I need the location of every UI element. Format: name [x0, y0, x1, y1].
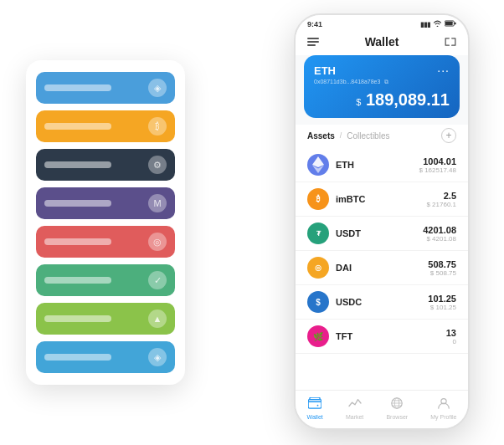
eth-card-more[interactable]: ··· — [437, 64, 450, 77]
usdc-asset-name: USDC — [336, 297, 428, 307]
market-nav-icon — [348, 397, 362, 412]
phone-mockup: 9:41 ▮▮▮ Wallet ETH — [294, 13, 470, 430]
imbtc-usd: $ 21760.1 — [426, 201, 456, 208]
stack-card-3[interactable]: ⚙ — [36, 149, 175, 181]
stack-card-1[interactable]: ◈ — [36, 72, 175, 104]
eth-address-text: 0x08711d3b...8418a78e3 — [314, 79, 380, 84]
usdc-asset-amounts: 101.25 $ 101.25 — [428, 294, 456, 311]
eth-asset-amounts: 1004.01 $ 162517.48 — [419, 156, 457, 174]
eth-balance: $ 189,089.11 — [314, 90, 450, 110]
phone-header: Wallet — [296, 30, 468, 55]
asset-row-tft[interactable]: 🌿 TFT 13 0 — [296, 320, 468, 354]
usdt-asset-amounts: 4201.08 $ 4201.08 — [423, 225, 456, 243]
stack-label-7 — [44, 315, 111, 322]
expand-icon[interactable] — [445, 36, 456, 49]
usdc-usd: $ 101.25 — [428, 304, 456, 311]
wallet-nav-icon — [308, 397, 321, 412]
stack-card-4[interactable]: M — [36, 187, 175, 219]
copy-icon[interactable]: ⧉ — [384, 79, 388, 84]
tft-asset-name: TFT — [336, 331, 446, 341]
stack-icon-6: ✓ — [148, 271, 167, 289]
status-bar: 9:41 ▮▮▮ — [296, 15, 468, 30]
status-time: 9:41 — [307, 20, 322, 28]
usdc-icon: $ — [307, 291, 329, 313]
profile-nav-label: My Profile — [430, 414, 456, 420]
imbtc-asset-name: imBTC — [336, 194, 426, 204]
wallet-nav-label: Wallet — [307, 414, 323, 420]
asset-row-usdc[interactable]: $ USDC 101.25 $ 101.25 — [296, 285, 468, 320]
stack-label-1 — [44, 84, 111, 91]
stack-label-8 — [44, 354, 111, 361]
add-asset-button[interactable]: + — [441, 128, 456, 143]
nav-profile[interactable]: My Profile — [430, 397, 456, 420]
dai-amount: 508.75 — [428, 259, 456, 269]
stack-label-4 — [44, 200, 111, 207]
asset-row-dai[interactable]: ◎ DAI 508.75 $ 508.75 — [296, 251, 468, 285]
assets-header: Assets / Collectibles + — [296, 125, 468, 148]
tft-amount: 13 — [446, 328, 456, 338]
scene: ◈ ₿ ⚙ M ◎ ✓ ▲ ◈ — [18, 13, 486, 432]
eth-asset-name: ETH — [336, 160, 419, 170]
page-title: Wallet — [365, 35, 399, 49]
usdc-amount: 101.25 — [428, 294, 456, 304]
eth-balance-prefix: $ — [356, 97, 361, 107]
asset-list: ETH 1004.01 $ 162517.48 ₿ imBTC 2.5 $ 21… — [296, 148, 468, 390]
usdt-icon: ₮ — [307, 222, 329, 244]
stack-card-6[interactable]: ✓ — [36, 264, 175, 296]
dai-asset-amounts: 508.75 $ 508.75 — [428, 259, 456, 277]
bottom-nav: Wallet Market Browser My Profile — [296, 390, 468, 428]
svg-rect-1 — [455, 23, 456, 25]
profile-nav-icon — [437, 397, 450, 412]
asset-row-imbtc[interactable]: ₿ imBTC 2.5 $ 21760.1 — [296, 182, 468, 217]
tab-collectibles[interactable]: Collectibles — [347, 131, 389, 141]
imbtc-amount: 2.5 — [426, 191, 456, 201]
battery-icon — [445, 20, 456, 28]
eth-card[interactable]: ETH ··· 0x08711d3b...8418a78e3 ⧉ $ 189,0… — [304, 55, 460, 118]
eth-address: 0x08711d3b...8418a78e3 ⧉ — [314, 79, 450, 85]
browser-nav-icon — [390, 397, 404, 412]
stack-icon-1: ◈ — [148, 79, 167, 97]
tft-icon: 🌿 — [307, 325, 329, 347]
stack-label-2 — [44, 123, 111, 130]
tft-usd: 0 — [446, 338, 456, 345]
nav-market[interactable]: Market — [346, 397, 363, 420]
stack-icon-8: ◈ — [148, 348, 167, 366]
stack-label-5 — [44, 238, 111, 245]
market-nav-label: Market — [346, 414, 363, 420]
eth-icon — [307, 154, 329, 176]
svg-rect-2 — [445, 22, 453, 25]
card-stack: ◈ ₿ ⚙ M ◎ ✓ ▲ ◈ — [26, 60, 185, 385]
asset-row-eth[interactable]: ETH 1004.01 $ 162517.48 — [296, 148, 468, 182]
imbtc-asset-amounts: 2.5 $ 21760.1 — [426, 191, 456, 208]
stack-icon-3: ⚙ — [148, 156, 167, 174]
stack-label-3 — [44, 161, 111, 168]
stack-card-5[interactable]: ◎ — [36, 226, 175, 258]
eth-balance-amount: 189,089.11 — [366, 90, 450, 109]
tab-assets[interactable]: Assets — [307, 131, 335, 141]
assets-tabs: Assets / Collectibles — [307, 131, 389, 141]
asset-row-usdt[interactable]: ₮ USDT 4201.08 $ 4201.08 — [296, 217, 468, 251]
nav-browser[interactable]: Browser — [386, 397, 408, 420]
menu-icon[interactable] — [307, 38, 319, 46]
status-icons: ▮▮▮ — [420, 20, 456, 28]
stack-card-8[interactable]: ◈ — [36, 341, 175, 373]
usdt-usd: $ 4201.08 — [423, 235, 456, 243]
dai-icon: ◎ — [307, 257, 329, 279]
stack-icon-5: ◎ — [148, 233, 167, 251]
tft-asset-amounts: 13 0 — [446, 328, 456, 345]
stack-label-6 — [44, 277, 111, 284]
eth-amount: 1004.01 — [419, 156, 457, 166]
eth-card-label: ETH — [314, 64, 336, 77]
svg-marker-3 — [312, 156, 324, 167]
nav-wallet[interactable]: Wallet — [307, 397, 323, 420]
stack-card-2[interactable]: ₿ — [36, 110, 175, 142]
stack-card-7[interactable]: ▲ — [36, 303, 175, 335]
stack-icon-7: ▲ — [148, 309, 167, 328]
wifi-icon — [433, 20, 442, 28]
signal-icon: ▮▮▮ — [420, 21, 430, 28]
stack-icon-2: ₿ — [148, 117, 167, 136]
usdt-asset-name: USDT — [336, 228, 423, 238]
eth-usd: $ 162517.48 — [419, 166, 457, 174]
browser-nav-label: Browser — [386, 414, 408, 420]
svg-rect-5 — [308, 400, 321, 409]
